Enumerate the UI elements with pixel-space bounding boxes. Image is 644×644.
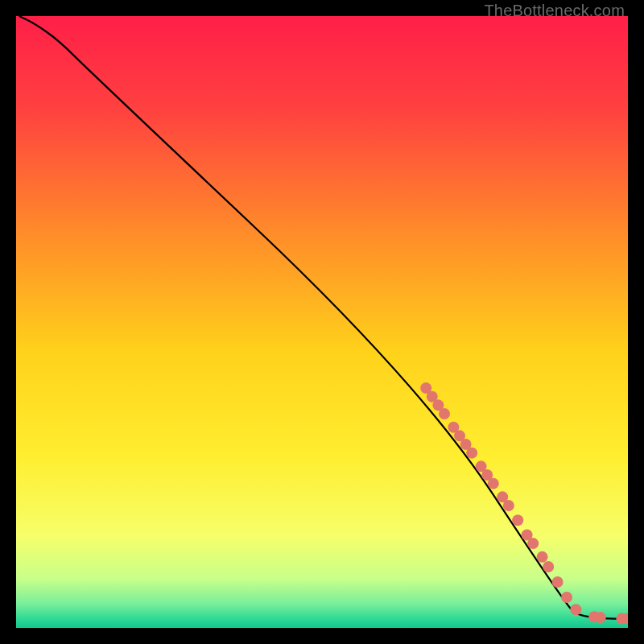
chart-canvas	[16, 16, 628, 628]
data-point	[527, 538, 539, 549]
data-point	[570, 604, 581, 615]
data-point	[543, 561, 554, 572]
data-point	[512, 514, 523, 526]
gradient-background	[16, 16, 628, 628]
data-point	[552, 576, 564, 588]
data-point	[537, 551, 548, 563]
data-point	[439, 408, 450, 419]
data-point	[561, 592, 572, 603]
data-point	[488, 478, 499, 489]
data-point	[466, 448, 477, 459]
data-point	[595, 612, 606, 623]
data-point	[503, 500, 514, 511]
